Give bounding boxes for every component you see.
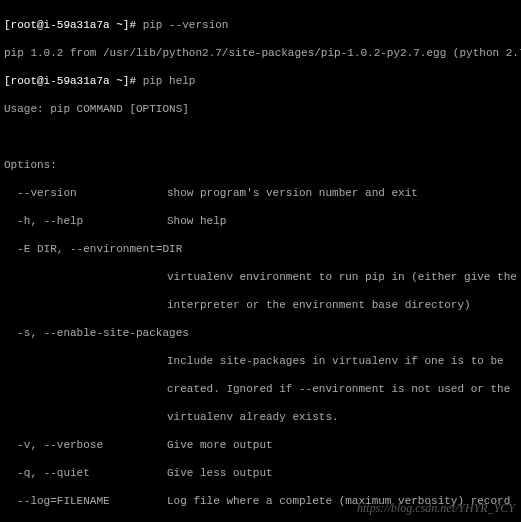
opt-sp-flag: -s, --enable-site-packages bbox=[4, 326, 517, 340]
line-prompt-1: [root@i-59a31a7a ~]# pip --version bbox=[4, 18, 517, 32]
options-header: Options: bbox=[4, 158, 517, 172]
opt-env-desc: interpreter or the environment base dire… bbox=[4, 298, 517, 312]
terminal-output[interactable]: [root@i-59a31a7a ~]# pip --version pip 1… bbox=[0, 0, 521, 522]
blank-line bbox=[4, 130, 517, 144]
opt-log: --log=FILENAMELog file where a complete … bbox=[4, 494, 517, 508]
opt-help: -h, --helpShow help bbox=[4, 214, 517, 228]
opt-sp-desc: Include site-packages in virtualenv if o… bbox=[4, 354, 517, 368]
opt-quiet: -q, --quietGive less output bbox=[4, 466, 517, 480]
opt-version: --versionshow program's version number a… bbox=[4, 186, 517, 200]
line-usage: Usage: pip COMMAND [OPTIONS] bbox=[4, 102, 517, 116]
opt-sp-desc: virtualenv already exists. bbox=[4, 410, 517, 424]
opt-env-desc: virtualenv environment to run pip in (ei… bbox=[4, 270, 517, 284]
opt-env-flag: -E DIR, --environment=DIR bbox=[4, 242, 517, 256]
shell-prompt: [root@i-59a31a7a ~]# bbox=[4, 75, 143, 87]
shell-prompt: [root@i-59a31a7a ~]# bbox=[4, 19, 143, 31]
line-prompt-2: [root@i-59a31a7a ~]# pip help bbox=[4, 74, 517, 88]
opt-sp-desc: created. Ignored if --environment is not… bbox=[4, 382, 517, 396]
command-text: pip --version bbox=[143, 19, 229, 31]
line-pip-version: pip 1.0.2 from /usr/lib/python2.7/site-p… bbox=[4, 46, 517, 60]
opt-verbose: -v, --verboseGive more output bbox=[4, 438, 517, 452]
command-text: pip help bbox=[143, 75, 196, 87]
